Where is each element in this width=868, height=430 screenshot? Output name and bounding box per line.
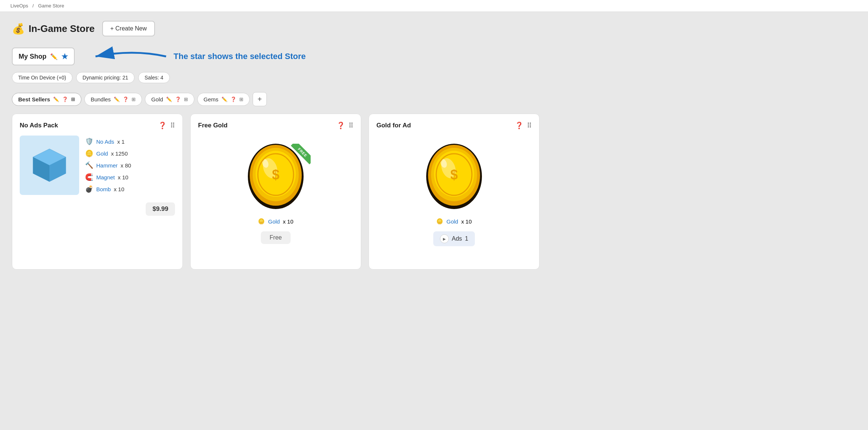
tab-gems[interactable]: Gems ✏️ ❓ ⊞ [197,93,250,106]
tab-edit-icon[interactable]: ✏️ [53,97,59,102]
bomb-link[interactable]: Bomb [96,186,111,192]
tab-best-sellers[interactable]: Best Sellers ✏️ ❓ ⊞ [12,93,81,106]
item-hammer: 🔨 Hammer x 80 [85,161,131,169]
item-magnet: 🧲 Magnet x 10 [85,173,131,181]
tab-gold-grid-icon[interactable]: ⊞ [184,97,188,102]
free-gold-item-line: 🪙 Gold x 10 [258,218,293,225]
card-header-icons-gold-for-ad: ❓ ⠿ [515,121,532,130]
free-gold-gold-link[interactable]: Gold [268,218,280,225]
gold-for-ad-item-line: 🪙 Gold x 10 [436,218,472,225]
magnet-icon: 🧲 [85,173,93,181]
tab-gold-edit-icon[interactable]: ✏️ [166,97,172,102]
annotation-text: The star shows the selected Store [174,52,306,61]
page-title: 💰 In-Game Store [12,23,95,35]
card-no-ads-pack: No Ads Pack ❓ ⠿ [12,114,183,270]
tab-gems-label: Gems [204,96,218,102]
svg-text:$: $ [450,167,458,182]
card-free-gold: Free Gold ❓ ⠿ [190,114,361,270]
card-body-no-ads: 🛡️ No Ads x 1 🪙 Gold x 1250 🔨 Hammer x 8… [20,136,175,195]
bomb-icon: 💣 [85,185,93,193]
filter-tag-sales[interactable]: Sales: 4 [138,72,170,83]
tab-best-sellers-label: Best Sellers [18,96,50,102]
item-gold: 🪙 Gold x 1250 [85,149,131,157]
card-title-gold-for-ad: Gold for Ad [376,122,411,129]
card-center-image-free-gold: $ FREE 🪙 Gold x 10 Free [198,136,353,248]
card-footer-no-ads: $9.99 [20,202,175,216]
tab-gems-grid-icon[interactable]: ⊞ [239,97,243,102]
tab-bundles[interactable]: Bundles ✏️ ❓ ⊞ [84,93,142,106]
tab-gold-help-icon[interactable]: ❓ [175,97,181,102]
no-ads-link[interactable]: No Ads [96,139,114,145]
ads-badge: ▶ Ads 1 [433,231,475,246]
gold-coin-icon: 🪙 [85,149,93,157]
tab-bundles-help-icon[interactable]: ❓ [123,97,129,102]
page-header: 💰 In-Game Store + Create New [12,21,856,36]
filter-tag-time[interactable]: Time On Device (+0) [12,72,72,83]
price-badge-no-ads: $9.99 [146,202,175,216]
card-header-gold-for-ad: Gold for Ad ❓ ⠿ [376,121,532,130]
free-gold-coin-icon: 🪙 [258,218,265,225]
gold-for-ad-gold-link[interactable]: Gold [446,218,458,225]
tab-grid-icon[interactable]: ⊞ [71,97,75,102]
tab-bundles-edit-icon[interactable]: ✏️ [114,97,120,102]
card-grid-icon[interactable]: ⠿ [170,121,175,130]
card-header-icons: ❓ ⠿ [158,121,175,130]
card-items-no-ads: 🛡️ No Ads x 1 🪙 Gold x 1250 🔨 Hammer x 8… [85,136,131,195]
main-content: 💰 In-Game Store + Create New My Shop ✏️ … [0,12,868,278]
annotation-arrow [88,45,170,68]
card-image-no-ads [20,136,79,195]
breadcrumb-game-store[interactable]: Game Store [38,3,64,9]
store-selector-row: My Shop ✏️ ★ The star shows the selected… [12,45,856,68]
card-gold-for-ad: Gold for Ad ❓ ⠿ [369,114,540,270]
store-name: My Shop [19,53,46,61]
tab-bundles-grid-icon[interactable]: ⊞ [132,97,136,102]
play-icon: ▶ [440,234,449,243]
add-tab-button[interactable]: + [253,92,267,106]
ads-label: Ads [452,235,462,242]
card-grid-icon-gold-for-ad[interactable]: ⠿ [527,121,532,130]
filter-tags: Time On Device (+0) Dynamic pricing: 21 … [12,72,856,83]
card-title-free-gold: Free Gold [198,122,227,129]
card-help-icon[interactable]: ❓ [158,121,166,130]
free-tag: Free [261,231,291,244]
card-grid-icon-free-gold[interactable]: ⠿ [349,121,353,130]
item-bomb: 💣 Bomb x 10 [85,185,131,193]
store-chip[interactable]: My Shop ✏️ ★ [12,48,75,65]
tab-gold[interactable]: Gold ✏️ ❓ ⊞ [145,93,194,106]
arrow-annotation: The star shows the selected Store [88,45,306,68]
tab-gems-help-icon[interactable]: ❓ [230,97,236,102]
gold-link[interactable]: Gold [96,150,108,157]
tab-bundles-label: Bundles [91,96,111,102]
favorite-star-icon[interactable]: ★ [61,52,68,61]
magnet-qty: x 10 [118,174,128,180]
gold-qty: x 1250 [111,150,128,157]
gold-coin-image-ad: $ [417,139,491,214]
ads-count: 1 [465,235,468,242]
card-help-icon-gold-for-ad[interactable]: ❓ [515,121,523,130]
gold-for-ad-coin-icon: 🪙 [436,218,443,225]
tab-gold-label: Gold [151,96,163,102]
card-header-free-gold: Free Gold ❓ ⠿ [198,121,353,130]
bomb-qty: x 10 [114,186,124,192]
tab-help-icon[interactable]: ❓ [62,97,68,102]
card-help-icon-free-gold[interactable]: ❓ [337,121,345,130]
free-gold-qty: x 10 [283,218,293,225]
no-ads-qty: x 1 [117,139,124,145]
breadcrumb-liveops[interactable]: LiveOps [10,3,28,9]
hammer-link[interactable]: Hammer [96,162,118,169]
card-header-no-ads: No Ads Pack ❓ ⠿ [20,121,175,130]
filter-tag-dynamic-pricing[interactable]: Dynamic pricing: 21 [76,72,135,83]
card-title-no-ads: No Ads Pack [20,122,58,129]
tab-gems-edit-icon[interactable]: ✏️ [221,97,227,102]
store-icon: 💰 [12,23,25,35]
create-new-button[interactable]: + Create New [102,21,155,36]
gold-for-ad-qty: x 10 [461,218,472,225]
card-center-image-gold-for-ad: $ 🪙 Gold x 10 ▶ Ads 1 [376,136,532,250]
edit-store-icon[interactable]: ✏️ [50,53,58,60]
tabs-row: Best Sellers ✏️ ❓ ⊞ Bundles ✏️ ❓ ⊞ Gold … [12,92,856,106]
card-header-icons-free-gold: ❓ ⠿ [337,121,353,130]
magnet-link[interactable]: Magnet [96,174,115,180]
item-no-ads: 🛡️ No Ads x 1 [85,137,131,146]
no-ads-icon: 🛡️ [85,137,93,146]
hammer-icon: 🔨 [85,161,93,169]
